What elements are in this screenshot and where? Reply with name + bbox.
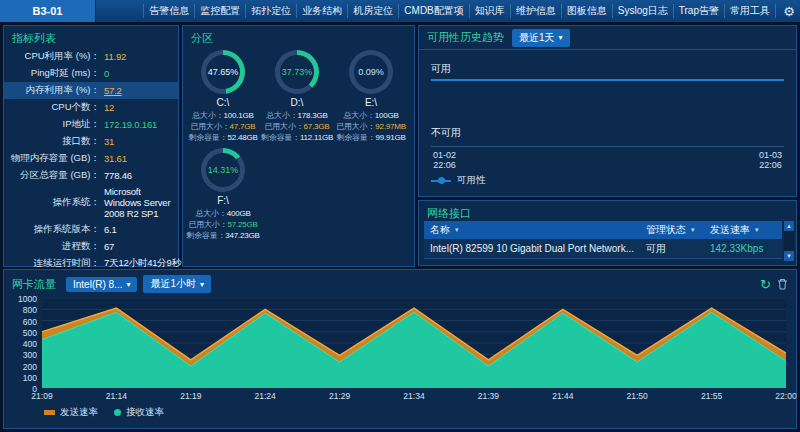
metric-row-mem-util[interactable]: 内存利用率 (%)： 57.2 bbox=[4, 82, 178, 99]
interface-name: Intel(R) 82599 10 Gigabit Dual Port Netw… bbox=[424, 243, 640, 254]
traffic-area-chart bbox=[42, 298, 786, 388]
nav-item-monitor-config[interactable]: 监控配置 bbox=[195, 4, 246, 18]
partition-name: F:\ bbox=[217, 195, 229, 206]
y-tick-label: 600 bbox=[23, 317, 37, 327]
scrollbar[interactable]: ▲ ▼ bbox=[784, 221, 794, 261]
partition-free: 剩余容量：99.91GB bbox=[336, 132, 405, 143]
metric-label: CPU利用率 (%)： bbox=[6, 50, 100, 63]
column-header-status[interactable]: 管理状态▾ bbox=[640, 223, 704, 237]
scroll-up-icon[interactable]: ▲ bbox=[784, 221, 794, 231]
partition-c: 47.65% C:\ 总大小：100.1GB 已用大小：47.7GB 剩余容量：… bbox=[186, 48, 260, 143]
metric-row-process-count: 进程数： 67 bbox=[4, 238, 178, 255]
x-tick-label: 21:39 bbox=[478, 391, 499, 401]
nic-select-dropdown[interactable]: Intel(R) 8... ▾ bbox=[66, 277, 137, 292]
metric-label: 分区总容量 (GB)： bbox=[6, 169, 100, 182]
traffic-range-value: 最近1小时 bbox=[150, 277, 196, 291]
send-legend-marker bbox=[44, 410, 55, 415]
partition-percent: 14.31% bbox=[208, 165, 239, 175]
filter-chevron-icon[interactable]: ▾ bbox=[455, 226, 459, 234]
top-nav: 告警信息 监控配置 拓扑定位 业务结构 机房定位 CMDB配置项 知识库 维护信… bbox=[220, 0, 776, 22]
metric-value: 6.1 bbox=[100, 224, 176, 235]
metric-row-cpu-count: CPU个数： 12 bbox=[4, 99, 178, 116]
partition-d: 37.73% D:\ 总大小：178.3GB 已用大小：67.3GB 剩余容量：… bbox=[260, 48, 334, 143]
column-header-name[interactable]: 名称▾ bbox=[424, 223, 640, 237]
host-tab[interactable]: B3-01 bbox=[0, 0, 96, 22]
traffic-range-dropdown[interactable]: 最近1小时 ▾ bbox=[143, 275, 211, 293]
metric-value: 31 bbox=[100, 136, 176, 147]
legend-send[interactable]: 发送速率 bbox=[44, 406, 98, 419]
availability-range-dropdown[interactable]: 最近1天 ▾ bbox=[512, 29, 570, 47]
metric-label: 物理内存容量 (GB)： bbox=[6, 152, 100, 165]
x-tick-label: 21:19 bbox=[180, 391, 201, 401]
partition-e: 0.09% E:\ 总大小：100GB 已用大小：92.97MB 剩余容量：99… bbox=[334, 48, 408, 143]
partition-free: 剩余容量：112.11GB bbox=[261, 132, 333, 143]
metric-label: CPU个数： bbox=[6, 101, 100, 114]
nav-item-tools[interactable]: 常用工具 bbox=[725, 4, 776, 18]
metric-value: Microsoft Windows Server 2008 R2 SP1 bbox=[100, 184, 176, 221]
metrics-title: 指标列表 bbox=[4, 26, 178, 48]
partition-name: C:\ bbox=[217, 97, 230, 108]
partition-name: E:\ bbox=[365, 97, 377, 108]
x-tick-label: 21:44 bbox=[552, 391, 573, 401]
partitions-grid: 47.65% C:\ 总大小：100.1GB 已用大小：47.7GB 剩余容量：… bbox=[183, 48, 414, 244]
legend-recv[interactable]: 接收速率 bbox=[114, 406, 164, 419]
nav-item-syslog[interactable]: Syslog日志 bbox=[613, 4, 674, 18]
x-tick-label: 22:00 bbox=[775, 391, 796, 401]
nav-item-business[interactable]: 业务结构 bbox=[297, 4, 348, 18]
metric-value: 67 bbox=[100, 241, 176, 252]
nav-item-cmdb[interactable]: CMDB配置项 bbox=[399, 4, 469, 18]
partition-used: 已用大小：47.7GB bbox=[191, 121, 256, 132]
availability-panel: 可用性历史趋势 最近1天 ▾ 可用 不可用 01-02 22:06 01-03 … bbox=[418, 25, 797, 197]
nav-item-knowledge[interactable]: 知识库 bbox=[470, 4, 511, 18]
metric-label: Ping时延 (ms)： bbox=[6, 67, 100, 80]
availability-legend[interactable]: 可用性 bbox=[431, 174, 796, 187]
x-tick-label: 21:09 bbox=[31, 391, 52, 401]
metric-row-if-count: 接口数： 31 bbox=[4, 133, 178, 150]
metric-label: 操作系统： bbox=[6, 196, 100, 209]
metric-value: 12 bbox=[100, 102, 176, 113]
partitions-title: 分区 bbox=[183, 26, 414, 48]
traffic-header: 网卡流量 Intel(R) 8... ▾ 最近1小时 ▾ ↻ bbox=[4, 270, 796, 294]
nav-item-dashboard-info[interactable]: 图板信息 bbox=[562, 4, 613, 18]
y-tick-label: 200 bbox=[23, 362, 37, 372]
x-tick-label: 21:24 bbox=[255, 391, 276, 401]
availability-plot: 可用 不可用 01-02 22:06 01-03 22:06 bbox=[431, 52, 784, 170]
metric-value: 778.46 bbox=[100, 170, 176, 181]
availability-axis bbox=[431, 146, 784, 147]
availability-axis-start: 01-02 22:06 bbox=[433, 150, 456, 170]
metric-row-phys-mem: 物理内存容量 (GB)： 31.61 bbox=[4, 150, 178, 167]
partition-used: 已用大小：92.97MB bbox=[336, 121, 406, 132]
metric-value-link[interactable]: 57.2 bbox=[100, 85, 176, 96]
x-tick-label: 21:29 bbox=[329, 391, 350, 401]
partition-percent: 37.73% bbox=[282, 67, 313, 77]
plot-area bbox=[42, 298, 786, 388]
nav-item-alerts[interactable]: 告警信息 bbox=[143, 4, 195, 18]
trash-icon[interactable] bbox=[777, 278, 788, 290]
nav-item-maintenance[interactable]: 维护信息 bbox=[511, 4, 562, 18]
metric-label: 接口数： bbox=[6, 135, 100, 148]
partition-total: 总大小：178.3GB bbox=[266, 110, 327, 121]
availability-up-label: 可用 bbox=[431, 62, 451, 76]
nav-item-trap[interactable]: Trap告警 bbox=[674, 4, 725, 18]
filter-chevron-icon[interactable]: ▾ bbox=[691, 226, 695, 234]
partition-percent: 0.09% bbox=[358, 67, 384, 77]
refresh-icon[interactable]: ↻ bbox=[760, 277, 771, 292]
partition-total: 总大小：100.1GB bbox=[192, 110, 253, 121]
gear-icon[interactable]: ⚙ bbox=[783, 0, 795, 22]
traffic-title: 网卡流量 bbox=[12, 277, 56, 292]
nav-item-topology[interactable]: 拓扑定位 bbox=[246, 4, 297, 18]
scroll-down-icon[interactable]: ▼ bbox=[784, 251, 794, 261]
filter-chevron-icon[interactable]: ▾ bbox=[755, 226, 759, 234]
y-tick-label: 400 bbox=[23, 339, 37, 349]
interface-rate: 142.33Kbps bbox=[704, 243, 782, 254]
interfaces-title: 网络接口 bbox=[419, 201, 796, 223]
nav-item-datacenter[interactable]: 机房定位 bbox=[348, 4, 399, 18]
interface-status: 可用 bbox=[640, 242, 704, 256]
partition-name: D:\ bbox=[291, 97, 304, 108]
partition-f: 14.31% F:\ 总大小：400GB 已用大小：57.25GB 剩余容量：3… bbox=[186, 146, 260, 241]
metric-row-ping: Ping时延 (ms)： 0 bbox=[4, 65, 178, 82]
column-header-rate[interactable]: 发送速率▾ bbox=[704, 223, 782, 237]
monitoring-dashboard: B3-01 告警信息 监控配置 拓扑定位 业务结构 机房定位 CMDB配置项 知… bbox=[0, 0, 800, 432]
metrics-panel: 指标列表 CPU利用率 (%)： 11.92 Ping时延 (ms)： 0 内存… bbox=[3, 25, 179, 267]
interface-row[interactable]: Intel(R) 82599 10 Gigabit Dual Port Netw… bbox=[424, 239, 782, 259]
